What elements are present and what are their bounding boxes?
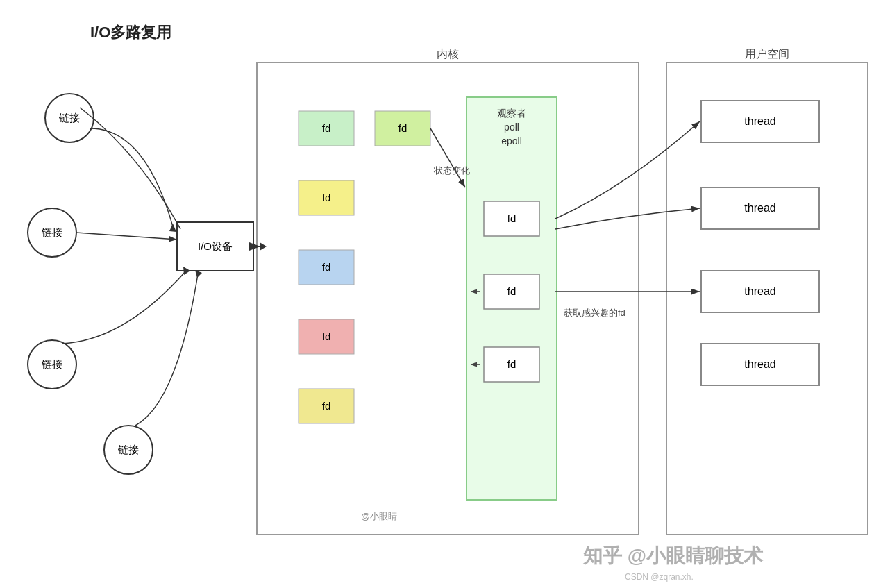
svg-text:thread: thread xyxy=(744,285,775,297)
svg-text:获取感兴趣的fd: 获取感兴趣的fd xyxy=(564,308,625,318)
svg-text:fd: fd xyxy=(322,122,331,134)
svg-text:内核: 内核 xyxy=(437,48,459,60)
svg-rect-34 xyxy=(299,180,354,215)
svg-point-8 xyxy=(104,426,153,474)
svg-text:thread: thread xyxy=(744,202,775,214)
svg-text:poll: poll xyxy=(504,121,519,133)
svg-rect-0 xyxy=(257,62,639,535)
svg-text:fd: fd xyxy=(322,400,331,412)
svg-rect-32 xyxy=(375,111,430,146)
svg-text:链接: 链接 xyxy=(117,444,139,455)
svg-text:用户空间: 用户空间 xyxy=(745,48,789,60)
svg-rect-10 xyxy=(177,222,253,271)
svg-rect-40 xyxy=(299,389,354,423)
page-title: I/O多路复用 xyxy=(90,22,171,43)
svg-text:链接: 链接 xyxy=(41,226,62,238)
svg-rect-38 xyxy=(299,319,354,354)
svg-text:fd: fd xyxy=(398,122,408,134)
svg-text:thread: thread xyxy=(744,115,775,127)
svg-text:fd: fd xyxy=(507,285,517,297)
svg-text:链接: 链接 xyxy=(41,358,62,370)
svg-text:fd: fd xyxy=(507,358,517,370)
svg-point-6 xyxy=(28,340,76,389)
svg-rect-48 xyxy=(701,344,819,385)
svg-text:epoll: epoll xyxy=(501,135,522,146)
svg-marker-19 xyxy=(260,242,267,251)
svg-marker-15 xyxy=(195,270,202,278)
svg-point-2 xyxy=(45,94,94,142)
svg-rect-24 xyxy=(484,201,539,236)
svg-text:观察者: 观察者 xyxy=(497,108,526,119)
main-container: I/O多路复用 链接 链接 链接 链接 I/O设备 xyxy=(0,0,890,588)
svg-text:知乎 @小眼睛聊技术: 知乎 @小眼睛聊技术 xyxy=(582,545,764,566)
svg-rect-36 xyxy=(299,250,354,285)
svg-rect-1 xyxy=(666,62,868,535)
svg-marker-14 xyxy=(183,267,190,275)
svg-rect-30 xyxy=(299,111,354,146)
svg-text:thread: thread xyxy=(744,358,775,370)
svg-marker-13 xyxy=(169,224,176,232)
svg-text:链接: 链接 xyxy=(58,112,80,124)
svg-text:fd: fd xyxy=(507,212,517,224)
diagram-arrows: 链接 链接 链接 链接 I/O设备 xyxy=(0,0,890,588)
svg-point-4 xyxy=(28,208,76,257)
svg-rect-28 xyxy=(484,347,539,382)
svg-rect-44 xyxy=(701,187,819,229)
svg-line-50 xyxy=(430,128,465,187)
svg-rect-46 xyxy=(701,271,819,312)
svg-rect-42 xyxy=(701,101,819,142)
svg-text:I/O设备: I/O设备 xyxy=(198,240,233,252)
svg-text:fd: fd xyxy=(322,192,331,203)
svg-text:fd: fd xyxy=(322,261,331,273)
svg-text:@小眼睛: @小眼睛 xyxy=(361,511,397,521)
svg-text:CSDN @zqran.xh.: CSDN @zqran.xh. xyxy=(625,572,694,582)
svg-text:状态变化: 状态变化 xyxy=(433,165,470,176)
svg-rect-20 xyxy=(467,97,557,500)
svg-text:fd: fd xyxy=(322,330,331,342)
svg-rect-26 xyxy=(484,274,539,309)
